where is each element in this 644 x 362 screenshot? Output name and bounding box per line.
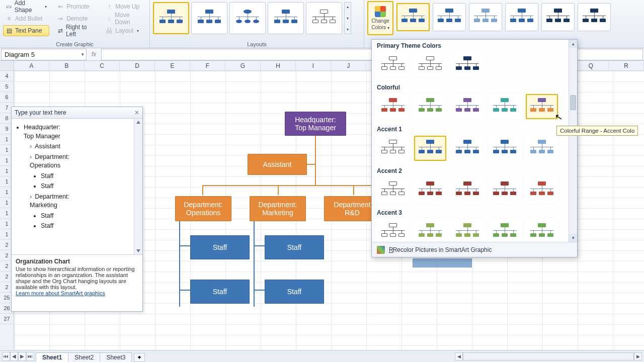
color-option[interactable] [526, 219, 558, 244]
move-down-button[interactable]: ↓ Move Down [103, 13, 146, 24]
color-option[interactable] [377, 136, 409, 161]
node-assistant[interactable]: Assistant [248, 154, 307, 175]
layout-icon: 品 [106, 27, 113, 34]
move-down-icon: ↓ [106, 15, 112, 22]
add-shape-button[interactable]: ▭ Add Shape▾ [3, 1, 49, 12]
node-staff-partial[interactable] [413, 258, 472, 267]
sheet-tab[interactable]: Sheet1 [36, 352, 68, 362]
text-pane-body[interactable]: Headquarter: Top Manager Assistant Depar… [12, 119, 142, 254]
layout-option-4[interactable] [268, 2, 304, 34]
text-pane-close-icon[interactable]: ✕ [134, 109, 139, 116]
node-staff[interactable]: Staff [265, 280, 324, 304]
row-header[interactable]: 6 [0, 92, 14, 103]
text-pane-scrollbar[interactable] [134, 119, 142, 254]
layout-option-5[interactable] [306, 2, 342, 34]
node-staff[interactable]: Staff [265, 235, 324, 259]
text-pane-info: Organization Chart Use to show hierarchi… [12, 254, 142, 299]
smartart-text-pane: Type your text here ✕ Headquarter: Top M… [11, 107, 143, 312]
node-root[interactable]: Headquarter: Top Manager [285, 112, 346, 136]
node-dept-2[interactable]: Department: Marketing [250, 196, 306, 221]
change-colors-icon [375, 6, 386, 17]
node-staff[interactable]: Staff [190, 280, 250, 304]
tab-nav[interactable]: ⏮◀▶⏭ [0, 352, 36, 361]
style-option-3[interactable] [469, 3, 502, 31]
color-option[interactable] [451, 94, 484, 119]
color-option[interactable] [526, 136, 558, 161]
color-option[interactable] [414, 177, 446, 203]
outline-item: Department: Marketing [30, 193, 139, 210]
outline-item: Staff [41, 222, 139, 231]
select-all-corner[interactable] [0, 61, 14, 70]
layout-option-3[interactable] [229, 2, 266, 34]
group-layouts: ▴▾▾ Layouts [150, 0, 364, 48]
color-option[interactable] [489, 136, 521, 161]
style-option-1[interactable] [396, 3, 430, 31]
sheet-tab[interactable]: Sheet2 [68, 352, 100, 362]
col-header[interactable]: Q [574, 61, 609, 70]
layout-option-2[interactable] [191, 2, 227, 34]
style-option-5[interactable] [541, 3, 575, 31]
col-header[interactable]: E [155, 61, 190, 70]
move-up-icon: ↑ [106, 3, 113, 10]
color-option[interactable] [377, 177, 409, 203]
color-option[interactable] [489, 219, 521, 244]
recolor-pictures-button[interactable]: RRecolor Pictures in SmartArt Graphic [372, 242, 577, 257]
color-option[interactable] [414, 94, 446, 119]
color-option[interactable] [526, 177, 558, 203]
color-section-header: Accent 3 [372, 207, 569, 217]
col-header[interactable]: H [261, 61, 296, 70]
col-header[interactable]: J [331, 61, 366, 70]
group-label: Create Graphic [0, 41, 149, 47]
node-staff[interactable]: Staff [190, 235, 250, 259]
name-box[interactable]: Diagram 5▾ [1, 49, 87, 60]
color-option[interactable] [414, 52, 446, 77]
color-option-hovered[interactable] [526, 94, 558, 119]
promote-button[interactable]: ⇐ Promote [54, 1, 98, 12]
layouts-more[interactable]: ▴▾▾ [344, 2, 351, 34]
outline-item: Department: Operations [30, 153, 139, 170]
rtl-button[interactable]: ⇄ Right to Left [54, 25, 98, 36]
color-option[interactable] [451, 136, 484, 161]
row-header[interactable]: 5 [0, 81, 14, 92]
col-header[interactable]: I [296, 61, 331, 70]
sheet-tab[interactable]: Sheet3 [100, 352, 132, 362]
add-bullet-button[interactable]: ≡ Add Bullet [3, 13, 49, 24]
color-section-header: Colorful [372, 81, 569, 92]
color-option[interactable] [451, 177, 484, 203]
color-option[interactable] [451, 219, 484, 244]
row-header[interactable]: 27 [0, 314, 14, 324]
color-panel-scrollbar[interactable]: ▴▾ [569, 40, 577, 242]
color-option[interactable] [414, 219, 446, 244]
style-option-4[interactable] [505, 3, 538, 31]
col-header[interactable]: B [49, 61, 85, 70]
add-shape-icon: ▭ [6, 3, 12, 10]
row-header[interactable]: 4 [0, 71, 14, 81]
change-colors-button[interactable]: Change Colors ▾ [367, 1, 393, 35]
col-header[interactable]: D [120, 61, 155, 70]
color-option[interactable] [451, 52, 484, 77]
color-option[interactable] [489, 94, 521, 119]
demote-icon: ⇒ [57, 15, 64, 22]
rtl-icon: ⇄ [57, 27, 63, 34]
layout-button[interactable]: 品 Layout▾ [103, 25, 146, 36]
style-option-6[interactable] [578, 3, 611, 31]
col-header[interactable]: R [609, 61, 644, 70]
col-header[interactable]: C [85, 61, 120, 70]
color-option[interactable] [377, 219, 409, 244]
move-up-button[interactable]: ↑ Move Up [103, 1, 146, 12]
color-option[interactable] [377, 52, 409, 77]
learn-more-link[interactable]: Learn more about SmartArt graphics [16, 290, 105, 296]
col-header[interactable]: F [190, 61, 225, 70]
demote-button[interactable]: ⇒ Demote [54, 13, 98, 24]
layout-option-1[interactable] [153, 2, 189, 34]
color-option[interactable] [377, 94, 409, 119]
color-option-selected[interactable] [414, 136, 446, 161]
style-option-2[interactable] [433, 3, 466, 31]
col-header[interactable]: G [225, 61, 261, 70]
color-option[interactable] [489, 177, 521, 203]
horizontal-scrollbar[interactable]: ◀▶ [455, 352, 644, 360]
new-sheet-button[interactable]: ✦ [134, 353, 145, 362]
node-dept-1[interactable]: Department: Operations [175, 196, 231, 221]
col-header[interactable]: A [14, 61, 49, 70]
text-pane-button[interactable]: ▤ Text Pane [3, 25, 49, 36]
